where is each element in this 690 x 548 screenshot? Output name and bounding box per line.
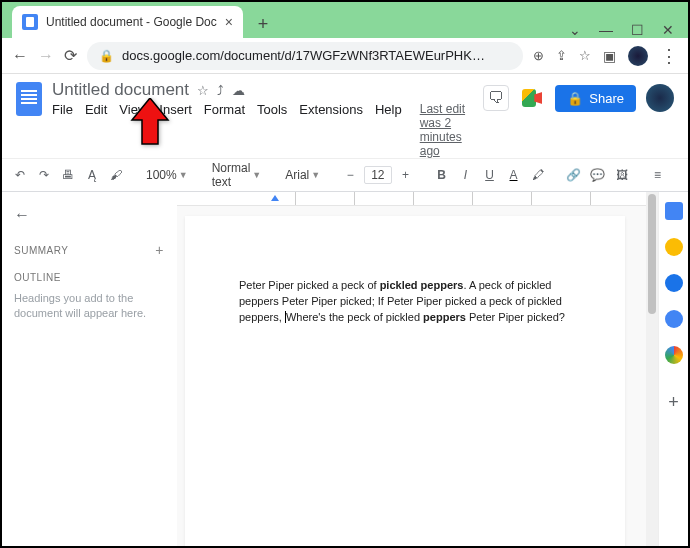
keep-icon[interactable] xyxy=(665,238,683,256)
docs-favicon xyxy=(22,14,38,30)
redo-icon[interactable]: ↷ xyxy=(34,165,54,185)
document-paragraph[interactable]: Peter Piper picked a peck of pickled pep… xyxy=(239,278,571,326)
window-close-icon[interactable]: ✕ xyxy=(662,22,674,38)
outline-hint: Headings you add to the document will ap… xyxy=(14,291,164,322)
address-bar: ← → ⟳ 🔒 docs.google.com/document/d/17WGF… xyxy=(2,38,688,74)
account-avatar[interactable] xyxy=(646,84,674,112)
star-icon[interactable]: ☆ xyxy=(197,83,209,98)
docs-header: Untitled document ☆ ⤴ ☁ File Edit View I… xyxy=(2,74,688,158)
chrome-menu-icon[interactable]: ⋮ xyxy=(660,45,678,67)
bookmark-icon[interactable]: ☆ xyxy=(579,48,591,63)
font-select[interactable]: Arial▼ xyxy=(281,168,324,182)
fontsize-input[interactable]: 12 xyxy=(364,166,391,184)
paint-format-icon[interactable]: 🖌 xyxy=(106,165,126,185)
comment-history-icon[interactable]: 🗨 xyxy=(483,85,509,111)
workspace: ← SUMMARY + OUTLINE Headings you add to … xyxy=(2,192,688,546)
tab-close-icon[interactable]: × xyxy=(225,14,233,30)
menu-insert[interactable]: Insert xyxy=(159,102,192,158)
extensions-panel-icon[interactable]: ▣ xyxy=(603,48,616,64)
meet-icon[interactable] xyxy=(519,85,545,111)
outline-back-icon[interactable]: ← xyxy=(14,206,164,224)
last-edit-label[interactable]: Last edit was 2 minutes ago xyxy=(420,102,474,158)
menu-bar: File Edit View Insert Format Tools Exten… xyxy=(52,102,473,158)
share-label: Share xyxy=(589,91,624,106)
addons-plus-icon[interactable]: + xyxy=(668,392,679,413)
menu-extensions[interactable]: Extensions xyxy=(299,102,363,158)
cloud-status-icon[interactable]: ☁ xyxy=(232,83,245,98)
move-icon[interactable]: ⤴ xyxy=(217,83,224,98)
insert-comment-icon[interactable]: 💬 xyxy=(588,165,608,185)
document-area[interactable]: Peter Piper picked a peck of pickled pep… xyxy=(177,192,688,546)
url-text: docs.google.com/document/d/17WGFzWNf3RTA… xyxy=(122,48,485,63)
nav-back-icon[interactable]: ← xyxy=(12,47,28,65)
insert-link-icon[interactable]: 🔗 xyxy=(564,165,584,185)
print-icon[interactable]: 🖶 xyxy=(58,165,78,185)
menu-format[interactable]: Format xyxy=(204,102,245,158)
add-summary-icon[interactable]: + xyxy=(155,242,164,258)
ruler[interactable] xyxy=(177,192,688,206)
url-bar[interactable]: 🔒 docs.google.com/document/d/17WGFzWNf3R… xyxy=(87,42,523,70)
zoom-select[interactable]: 100%▼ xyxy=(142,168,192,182)
text-color-icon[interactable]: A xyxy=(504,165,524,185)
menu-help[interactable]: Help xyxy=(375,102,402,158)
docs-logo-icon[interactable] xyxy=(16,82,42,116)
side-panel: + xyxy=(658,192,688,546)
italic-icon[interactable]: I xyxy=(456,165,476,185)
menu-view[interactable]: View xyxy=(119,102,147,158)
zoom-icon[interactable]: ⊕ xyxy=(533,48,544,63)
document-page[interactable]: Peter Piper picked a peck of pickled pep… xyxy=(185,216,625,546)
spellcheck-icon[interactable]: Ą xyxy=(82,165,102,185)
share-button[interactable]: 🔒 Share xyxy=(555,85,636,112)
insert-image-icon[interactable]: 🖼 xyxy=(612,165,632,185)
summary-heading: SUMMARY xyxy=(14,245,68,256)
maps-icon[interactable] xyxy=(665,346,683,364)
share-url-icon[interactable]: ⇪ xyxy=(556,48,567,63)
align-icon[interactable]: ≡ xyxy=(648,165,668,185)
more-tools-icon[interactable]: ⋯ xyxy=(684,165,688,185)
indent-marker-icon[interactable] xyxy=(271,195,279,201)
profile-extension-icon[interactable] xyxy=(628,46,648,66)
fontsize-plus[interactable]: + xyxy=(396,165,416,185)
new-tab-button[interactable]: + xyxy=(249,10,277,38)
toolbar: ↶ ↷ 🖶 Ą 🖌 100%▼ Normal text▼ Arial▼ − 12… xyxy=(2,158,688,192)
contacts-icon[interactable] xyxy=(665,310,683,328)
nav-reload-icon[interactable]: ⟳ xyxy=(64,46,77,65)
lock-icon: 🔒 xyxy=(99,49,114,63)
calendar-icon[interactable] xyxy=(665,202,683,220)
browser-titlebar: Untitled document - Google Doc × + ⌄ — ☐… xyxy=(2,2,688,38)
docs-app: Untitled document ☆ ⤴ ☁ File Edit View I… xyxy=(2,74,688,546)
bold-icon[interactable]: B xyxy=(432,165,452,185)
outline-heading: OUTLINE xyxy=(14,272,164,283)
window-controls: ⌄ — ☐ ✕ xyxy=(569,22,682,38)
window-minimize-icon[interactable]: — xyxy=(599,22,613,38)
highlight-icon[interactable]: 🖍 xyxy=(528,165,548,185)
menu-edit[interactable]: Edit xyxy=(85,102,107,158)
document-title[interactable]: Untitled document xyxy=(52,80,189,100)
style-select[interactable]: Normal text▼ xyxy=(208,161,266,189)
tab-title: Untitled document - Google Doc xyxy=(46,15,217,29)
browser-tab[interactable]: Untitled document - Google Doc × xyxy=(12,6,243,38)
window-maximize-icon[interactable]: ☐ xyxy=(631,22,644,38)
underline-icon[interactable]: U xyxy=(480,165,500,185)
menu-file[interactable]: File xyxy=(52,102,73,158)
menu-tools[interactable]: Tools xyxy=(257,102,287,158)
tasks-icon[interactable] xyxy=(665,274,683,292)
nav-forward-icon: → xyxy=(38,47,54,65)
window-dropdown-icon[interactable]: ⌄ xyxy=(569,22,581,38)
scrollbar[interactable] xyxy=(646,192,658,546)
outline-panel: ← SUMMARY + OUTLINE Headings you add to … xyxy=(2,192,177,546)
fontsize-minus[interactable]: − xyxy=(340,165,360,185)
undo-icon[interactable]: ↶ xyxy=(10,165,30,185)
